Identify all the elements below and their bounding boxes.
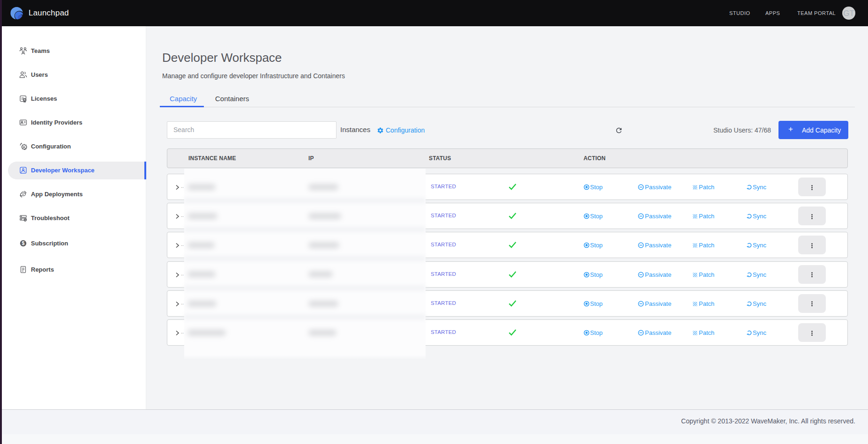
svg-text:$: $ bbox=[22, 240, 25, 246]
